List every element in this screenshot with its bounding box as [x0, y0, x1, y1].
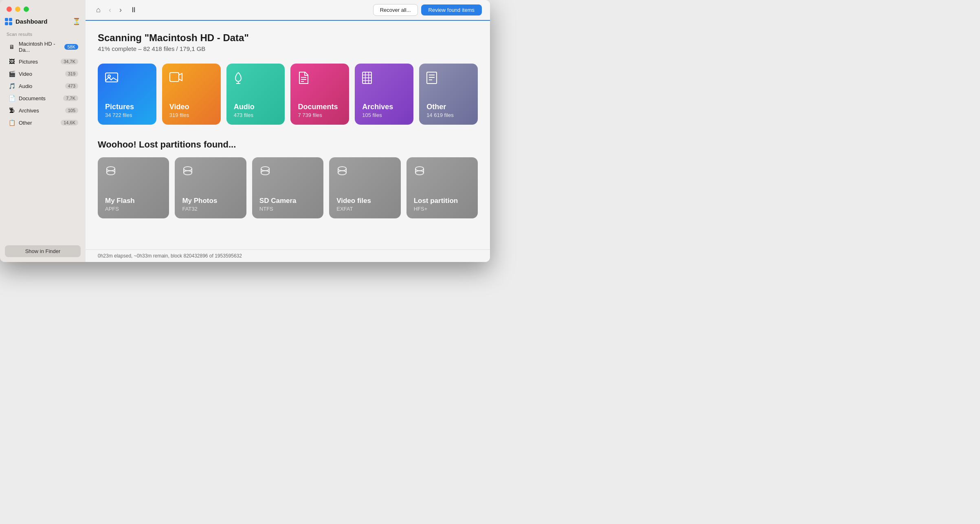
video-card-name: Video: [169, 103, 213, 111]
sidebar-item-name: Pictures: [19, 59, 61, 65]
review-found-items-button[interactable]: Review found items: [421, 4, 482, 15]
pictures-icon: 🖼: [8, 58, 15, 65]
sidebar-item-badge: 473: [65, 83, 78, 89]
archives-card[interactable]: Archives 105 files: [355, 64, 413, 125]
dashboard-item[interactable]: Dashboard ⏳: [0, 15, 86, 29]
other-card-count: 14 619 files: [426, 112, 470, 118]
documents-card-count: 7 739 files: [298, 112, 342, 118]
svg-point-30: [338, 167, 346, 171]
partition-video-files[interactable]: Video files EXFAT: [329, 157, 400, 218]
svg-point-1: [108, 75, 110, 77]
partition-lost-partition[interactable]: Lost partition HFS+: [407, 157, 478, 218]
partition-filesystem: FAT32: [182, 206, 239, 212]
sidebar-item-badge: 34,7K: [61, 59, 78, 64]
archives-card-icon: [362, 72, 406, 87]
sidebar-item-pictures[interactable]: 🖼 Pictures 34,7K: [2, 56, 83, 67]
recover-all-button[interactable]: Recover all...: [373, 4, 418, 16]
partition-name: SD Camera: [259, 197, 316, 205]
home-icon: ⌂: [96, 6, 101, 14]
svg-point-34: [415, 167, 424, 171]
pause-button[interactable]: ⏸: [127, 4, 140, 16]
audio-icon: 🎵: [8, 82, 15, 90]
status-bar: 0h23m elapsed, ~0h33m remain, block 8204…: [86, 249, 490, 262]
archives-icon: 🗜: [8, 107, 15, 114]
sidebar-item-audio[interactable]: 🎵 Audio 473: [2, 80, 83, 92]
partition-filesystem: NTFS: [259, 206, 316, 212]
video-card-icon: [169, 72, 213, 85]
sidebar-item-badge: 105: [65, 108, 78, 113]
sidebar-item-name: Audio: [19, 83, 65, 89]
drive-icon: [414, 165, 470, 179]
file-type-cards: Pictures 34 722 files Video 319 files: [98, 64, 478, 125]
sidebar-item-other[interactable]: 📋 Other 14,6K: [2, 117, 83, 128]
sidebar-item-name: Video: [19, 71, 65, 77]
sidebar-item-name: Other: [19, 120, 61, 126]
pictures-card[interactable]: Pictures 34 722 files: [98, 64, 156, 125]
sidebar-item-video[interactable]: 🎬 Video 319: [2, 68, 83, 79]
documents-card-name: Documents: [298, 103, 342, 111]
sidebar-item-documents[interactable]: 📄 Documents 7,7K: [2, 92, 83, 104]
other-card-icon: [426, 72, 470, 87]
documents-card[interactable]: Documents 7 739 files: [290, 64, 349, 125]
home-button[interactable]: ⌂: [94, 4, 103, 16]
svg-rect-0: [105, 73, 118, 82]
svg-point-22: [184, 167, 192, 171]
forward-button[interactable]: ›: [117, 4, 124, 16]
main-content: ⌂ ‹ › ⏸ Recover all... Review found item…: [86, 0, 490, 262]
sidebar-item-name: Archives: [19, 108, 65, 114]
drive-icon: [259, 165, 316, 179]
dashboard-label: Dashboard: [15, 18, 47, 25]
partition-my-photos[interactable]: My Photos FAT32: [175, 157, 246, 218]
sidebar-item-badge: 58K: [64, 44, 78, 50]
partition-filesystem: APFS: [105, 206, 162, 212]
archives-card-name: Archives: [362, 103, 406, 111]
svg-point-25: [184, 171, 192, 175]
documents-icon: 📄: [8, 95, 15, 102]
partition-my-flash[interactable]: My Flash APFS: [98, 157, 169, 218]
archives-card-count: 105 files: [362, 112, 406, 118]
pause-icon: ⏸: [130, 6, 137, 14]
svg-point-29: [261, 171, 269, 175]
pictures-card-name: Pictures: [105, 103, 149, 111]
back-button[interactable]: ‹: [106, 4, 114, 16]
svg-point-21: [107, 171, 115, 175]
drive-icon: 🖥: [8, 43, 15, 51]
partition-name: My Flash: [105, 197, 162, 205]
show-in-finder-button[interactable]: Show in Finder: [5, 245, 81, 257]
partition-name: My Photos: [182, 197, 239, 205]
audio-card[interactable]: Audio 473 files: [226, 64, 285, 125]
scan-results-section-label: Scan results: [0, 29, 86, 38]
sidebar-item-badge: 14,6K: [61, 120, 78, 125]
sidebar-item-name: Macintosh HD - Da...: [19, 41, 64, 53]
partition-name: Lost partition: [414, 197, 470, 205]
svg-point-33: [338, 171, 346, 175]
svg-point-18: [107, 167, 115, 171]
chevron-right-icon: ›: [119, 6, 122, 14]
maximize-button[interactable]: [24, 7, 29, 12]
sidebar-item-archives[interactable]: 🗜 Archives 105: [2, 105, 83, 116]
svg-point-37: [415, 171, 424, 175]
audio-card-icon: [234, 72, 278, 87]
sidebar-item-macintosh-hd[interactable]: 🖥 Macintosh HD - Da... 58K: [2, 39, 83, 55]
content-area: Scanning "Macintosh HD - Data" 41% compl…: [86, 21, 490, 249]
other-card-name: Other: [426, 103, 470, 111]
video-card[interactable]: Video 319 files: [162, 64, 221, 125]
traffic-lights: [0, 0, 86, 15]
sidebar-item-badge: 7,7K: [63, 95, 78, 101]
drive-icon: [105, 165, 162, 179]
partition-cards: My Flash APFS My Photos FAT32: [98, 157, 478, 218]
pictures-card-count: 34 722 files: [105, 112, 149, 118]
video-icon: 🎬: [8, 70, 15, 77]
other-card[interactable]: Other 14 619 files: [419, 64, 478, 125]
drive-icon: [336, 165, 393, 179]
svg-point-26: [261, 167, 269, 171]
scan-subtitle: 41% complete – 82 418 files / 179,1 GB: [98, 45, 478, 52]
chevron-left-icon: ‹: [109, 6, 111, 14]
sidebar-item-badge: 319: [65, 71, 78, 77]
drive-icon: [182, 165, 239, 179]
minimize-button[interactable]: [15, 7, 20, 12]
partition-sd-camera[interactable]: SD Camera NTFS: [252, 157, 323, 218]
close-button[interactable]: [7, 7, 12, 12]
dashboard-grid-icon: [5, 18, 12, 25]
pictures-card-icon: [105, 72, 149, 86]
